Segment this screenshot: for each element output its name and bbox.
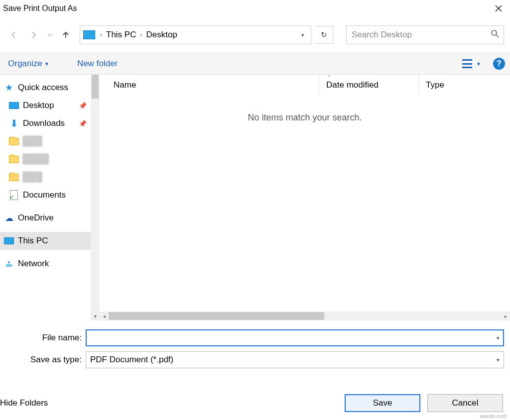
download-icon: ⬇ — [9, 119, 19, 128]
svg-point-0 — [492, 30, 497, 35]
tree-onedrive[interactable]: ☁ OneDrive — [0, 209, 100, 227]
nav-row: › This PC › Desktop ▾ ↻ — [0, 21, 510, 49]
refresh-button[interactable]: ↻ — [315, 26, 333, 44]
pc-icon — [83, 30, 95, 39]
nav-tree: ★ Quick access Desktop 📌 ⬇ Downloads 📌 █… — [0, 75, 100, 273]
chevron-right-icon[interactable]: › — [98, 31, 104, 38]
forward-button[interactable] — [26, 27, 42, 43]
filename-field[interactable]: ▾ — [86, 329, 504, 346]
organize-label: Organize — [8, 59, 42, 69]
close-button[interactable] — [487, 0, 510, 17]
sidebar: ★ Quick access Desktop 📌 ⬇ Downloads 📌 █… — [0, 75, 100, 320]
address-bar[interactable]: › This PC › Desktop ▾ — [80, 25, 311, 44]
tree-label-redacted: ███ — [23, 136, 42, 146]
chevron-right-icon[interactable]: › — [138, 31, 144, 38]
chevron-down-icon: ▼ — [476, 61, 481, 67]
folder-icon — [9, 174, 19, 181]
pc-icon — [4, 237, 14, 244]
tree-folder-1[interactable]: ███ — [0, 132, 100, 150]
save-form: File name: ▾ Save as type: PDF Document … — [0, 320, 510, 368]
savetype-value: PDF Document (*.pdf) — [90, 355, 173, 365]
back-button[interactable] — [6, 27, 22, 43]
sidebar-scrollbar[interactable]: ▾ — [91, 75, 100, 320]
help-button[interactable]: ? — [493, 58, 505, 70]
pin-icon: 📌 — [79, 102, 87, 109]
tree-folder-2[interactable]: ████ — [0, 150, 100, 168]
tree-label: Network — [18, 259, 49, 269]
sort-indicator-icon: ˄ — [328, 75, 331, 81]
column-type[interactable]: Type — [418, 75, 510, 96]
search-icon[interactable] — [491, 29, 500, 40]
tree-folder-3[interactable]: ███ — [0, 168, 100, 186]
horizontal-scrollbar[interactable]: ◂ ▸ — [100, 312, 510, 320]
recent-dropdown[interactable] — [46, 27, 54, 43]
title-bar: Save Print Output As — [0, 0, 510, 17]
search-input[interactable] — [351, 29, 491, 40]
star-icon: ★ — [4, 83, 14, 92]
column-date[interactable]: Date modified — [319, 75, 418, 96]
organize-button[interactable]: Organize ▼ — [5, 57, 52, 71]
scroll-left-icon[interactable]: ◂ — [100, 312, 109, 320]
tree-label: This PC — [18, 236, 48, 246]
chevron-down-icon[interactable]: ▾ — [497, 335, 500, 341]
scrollbar-thumb[interactable] — [109, 312, 324, 320]
watermark: wsxdn.com — [480, 413, 507, 419]
tree-label-redacted: ███ — [23, 172, 42, 182]
save-button[interactable]: Save — [345, 394, 420, 412]
tree-label: OneDrive — [18, 213, 54, 223]
scroll-down-icon[interactable]: ▾ — [91, 312, 100, 320]
documents-icon — [10, 190, 18, 200]
tree-label: Quick access — [18, 83, 68, 93]
view-icon — [462, 59, 472, 68]
tree-label: Desktop — [23, 101, 54, 110]
tree-label: Downloads — [23, 118, 65, 128]
folder-icon — [9, 156, 19, 163]
crumb-this-pc[interactable]: This PC — [104, 30, 138, 40]
tree-this-pc[interactable]: This PC — [0, 232, 100, 250]
view-button[interactable]: ▼ — [459, 57, 484, 70]
desktop-icon — [9, 102, 19, 109]
filename-input[interactable] — [90, 332, 500, 343]
empty-message: No items match your search. — [100, 112, 510, 123]
new-folder-label: New folder — [77, 59, 118, 69]
file-list: ˄ Name Date modified Type No items match… — [100, 75, 510, 320]
search-box[interactable] — [346, 25, 504, 44]
chevron-down-icon: ▼ — [44, 61, 49, 67]
column-headers: ˄ Name Date modified Type — [100, 75, 510, 96]
tree-quick-access[interactable]: ★ Quick access — [0, 79, 100, 97]
new-folder-button[interactable]: New folder — [74, 57, 121, 71]
cloud-icon: ☁ — [4, 213, 14, 222]
toolbar: Organize ▼ New folder ▼ ? — [0, 53, 510, 75]
tree-downloads[interactable]: ⬇ Downloads 📌 — [0, 114, 100, 132]
up-button[interactable] — [58, 27, 74, 43]
tree-label-redacted: ████ — [23, 154, 49, 164]
scrollbar-thumb[interactable] — [92, 75, 99, 99]
footer: Hide Folders Save Cancel — [0, 389, 510, 420]
tree-documents[interactable]: Documents — [0, 186, 100, 204]
filename-label: File name: — [6, 333, 86, 343]
folder-icon — [9, 138, 19, 145]
pin-icon: 📌 — [79, 120, 87, 127]
body: ★ Quick access Desktop 📌 ⬇ Downloads 📌 █… — [0, 75, 510, 320]
column-name[interactable]: Name — [100, 75, 319, 96]
savetype-label: Save as type: — [6, 355, 86, 365]
network-icon: 🖧 — [4, 259, 14, 268]
tree-label: Documents — [23, 190, 66, 200]
tree-desktop[interactable]: Desktop 📌 — [0, 97, 100, 114]
crumb-desktop[interactable]: Desktop — [144, 30, 179, 40]
savetype-field[interactable]: PDF Document (*.pdf) ▾ — [86, 351, 504, 368]
chevron-down-icon[interactable]: ▾ — [497, 357, 500, 363]
window-title: Save Print Output As — [3, 4, 77, 13]
hide-folders-button[interactable]: Hide Folders — [0, 398, 48, 408]
scroll-right-icon[interactable]: ▸ — [501, 312, 510, 320]
address-dropdown[interactable]: ▾ — [297, 26, 309, 44]
cancel-button[interactable]: Cancel — [427, 394, 503, 412]
tree-network[interactable]: 🖧 Network — [0, 255, 100, 273]
